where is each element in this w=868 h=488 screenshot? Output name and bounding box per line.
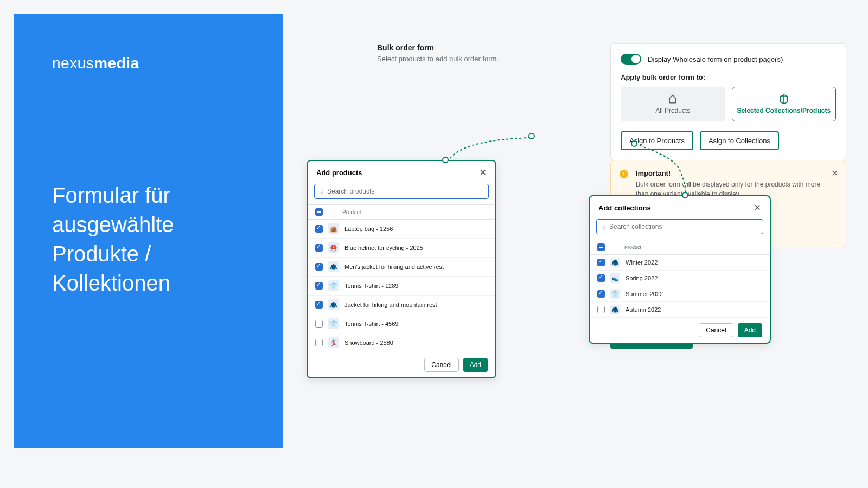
row-checkbox[interactable] xyxy=(597,290,605,298)
row-name: Autumn 2022 xyxy=(626,306,661,313)
modal-footer: Cancel Add xyxy=(308,352,495,377)
row-checkbox[interactable] xyxy=(315,301,323,309)
cancel-button[interactable]: Cancel xyxy=(424,358,458,372)
search-box: ⌕ xyxy=(596,219,763,234)
row-name: Men's jacket for hiking and active rest xyxy=(344,264,444,270)
column-header: Product xyxy=(342,209,361,215)
list-row[interactable]: 🏂Snowboard - 2580 xyxy=(308,333,495,352)
list-row[interactable]: 🧥Autumn 2022 xyxy=(590,302,770,318)
products-list: 👜Laptop bag - 1256⛑️Blue helmet for cycl… xyxy=(308,220,495,352)
connector-dot xyxy=(442,157,449,163)
collections-list: 🧥Winter 2022👟Spring 2022👕Summer 2022🧥Aut… xyxy=(590,255,770,318)
connector-dot xyxy=(682,192,688,198)
list-row[interactable]: ⛑️Blue helmet for cycling - 2025 xyxy=(308,239,495,258)
promo-headline: Formular für ausgewählte Produkte / Koll… xyxy=(52,181,245,298)
add-products-modal: Add products ✕ ⌕ Product 👜Laptop bag - 1… xyxy=(307,160,496,378)
list-row[interactable]: 👜Laptop bag - 1256 xyxy=(308,220,495,239)
search-icon: ⌕ xyxy=(602,223,606,230)
product-thumbnail: 👕 xyxy=(328,318,339,329)
product-thumbnail: 🏂 xyxy=(328,337,339,348)
brand-logo: nexusmedia xyxy=(52,55,245,72)
modal-header: Add products ✕ xyxy=(308,161,495,184)
brand-bold: media xyxy=(94,55,139,72)
product-thumbnail: 🧥 xyxy=(610,258,620,267)
connector-dot xyxy=(528,133,535,139)
toggle-row: Display Wholesale form on product page(s… xyxy=(621,54,836,65)
row-name: Tennis T-shirt - 1289 xyxy=(344,282,398,289)
product-thumbnail: 👟 xyxy=(610,273,620,283)
row-name: Blue helmet for cycling - 2025 xyxy=(344,245,423,251)
promo-panel: nexusmedia Formular für ausgewählte Prod… xyxy=(14,14,283,448)
row-checkbox[interactable] xyxy=(315,320,323,328)
row-name: Laptop bag - 1256 xyxy=(344,226,393,232)
close-icon[interactable]: ✕ xyxy=(754,203,761,213)
add-button[interactable]: Add xyxy=(738,323,762,337)
search-box: ⌕ xyxy=(314,184,489,199)
list-row[interactable]: 🧥Jacket for hiking and mountain rest xyxy=(308,296,495,314)
assign-row: Asign to Products Asign to Collections xyxy=(621,131,836,150)
close-icon[interactable]: ✕ xyxy=(480,168,487,177)
add-collections-modal: Add collections ✕ ⌕ Product 🧥Winter 2022… xyxy=(589,195,771,344)
search-input[interactable] xyxy=(609,223,757,230)
row-checkbox[interactable] xyxy=(597,306,605,313)
list-row[interactable]: 👕Summer 2022 xyxy=(590,286,770,302)
product-thumbnail: 🧥 xyxy=(328,261,339,272)
home-icon xyxy=(667,94,678,105)
product-thumbnail: 👜 xyxy=(328,223,339,234)
apply-label: Apply bulk order form to: xyxy=(621,73,836,81)
modal-header: Add collections ✕ xyxy=(590,196,770,219)
option-all-products[interactable]: All Products xyxy=(621,87,725,121)
row-checkbox[interactable] xyxy=(597,274,605,282)
settings-area: Bulk order form Select products to add b… xyxy=(377,43,846,63)
product-thumbnail: ⛑️ xyxy=(328,242,339,253)
product-thumbnail: 🧥 xyxy=(610,305,620,314)
brand-light: nexus xyxy=(52,55,94,72)
row-name: Spring 2022 xyxy=(626,275,658,281)
list-header: Product xyxy=(308,204,495,220)
row-checkbox[interactable] xyxy=(315,282,323,290)
toggle-label: Display Wholesale form on product page(s… xyxy=(648,55,783,63)
list-row[interactable]: 🧥Winter 2022 xyxy=(590,255,770,271)
row-checkbox[interactable] xyxy=(597,259,605,266)
row-checkbox[interactable] xyxy=(315,225,323,233)
option-label: Selected Collections/Products xyxy=(737,107,832,114)
alert-close-button[interactable]: ✕ xyxy=(831,168,838,178)
select-all-checkbox[interactable] xyxy=(315,208,323,216)
product-thumbnail: 👕 xyxy=(610,289,620,299)
option-label: All Products xyxy=(626,107,720,114)
modal-title: Add collections xyxy=(598,204,651,212)
cancel-button[interactable]: Cancel xyxy=(699,323,733,337)
modal-footer: Cancel Add xyxy=(590,318,770,343)
row-checkbox[interactable] xyxy=(315,339,323,346)
warning-icon: ! xyxy=(620,170,628,178)
connector-dot xyxy=(631,140,637,147)
display-wholesale-toggle[interactable] xyxy=(621,54,641,65)
package-icon xyxy=(778,94,789,105)
product-thumbnail: 👕 xyxy=(328,280,339,291)
list-row[interactable]: 🧥Men's jacket for hiking and active rest xyxy=(308,258,495,277)
list-header: Product xyxy=(590,240,770,255)
row-name: Summer 2022 xyxy=(626,291,663,297)
add-button[interactable]: Add xyxy=(463,358,488,372)
alert-title: Important! xyxy=(636,169,824,177)
row-checkbox[interactable] xyxy=(315,263,323,271)
column-header: Product xyxy=(624,245,641,250)
option-row: All Products Selected Collections/Produc… xyxy=(621,87,836,121)
row-name: Tennis T-shirt - 4569 xyxy=(344,320,398,327)
search-input[interactable] xyxy=(327,188,483,195)
row-name: Winter 2022 xyxy=(626,259,658,266)
assign-collections-button[interactable]: Asign to Collections xyxy=(700,131,779,150)
product-thumbnail: 🧥 xyxy=(328,299,339,310)
row-checkbox[interactable] xyxy=(315,244,323,252)
list-row[interactable]: 👟Spring 2022 xyxy=(590,271,770,286)
search-icon: ⌕ xyxy=(320,188,324,195)
list-row[interactable]: 👕Tennis T-shirt - 4569 xyxy=(308,314,495,333)
row-name: Jacket for hiking and mountain rest xyxy=(344,301,437,308)
modal-title: Add products xyxy=(316,169,362,177)
row-name: Snowboard - 2580 xyxy=(344,339,393,346)
select-all-checkbox[interactable] xyxy=(597,243,605,251)
wholesale-card: Display Wholesale form on product page(s… xyxy=(610,43,846,160)
list-row[interactable]: 👕Tennis T-shirt - 1289 xyxy=(308,277,495,296)
option-selected-products[interactable]: Selected Collections/Products xyxy=(732,87,837,121)
